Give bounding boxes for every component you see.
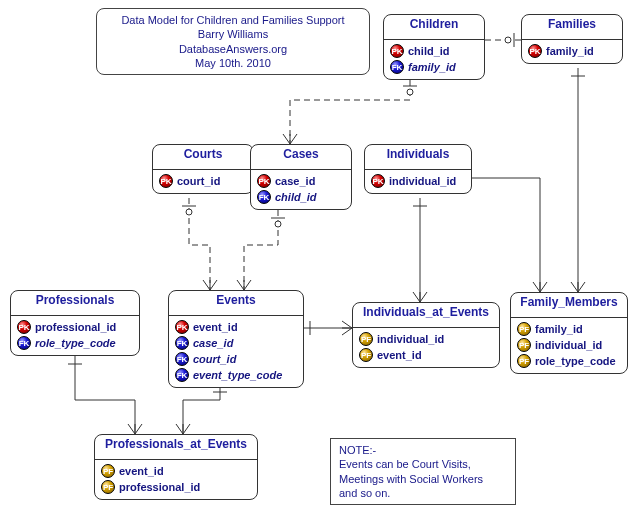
attribute-row: PKfamily_id xyxy=(528,43,616,59)
entity-family-members: Family_Members PFfamily_idPFindividual_i… xyxy=(510,292,628,374)
entity-events: Events PKevent_idFKcase_idFKcourt_idFKev… xyxy=(168,290,304,388)
pk-icon: PK xyxy=(159,174,173,188)
entity-header: Events xyxy=(169,291,303,315)
entity-individuals: Individuals PKindividual_id xyxy=(364,144,472,194)
attribute-row: FKrole_type_code xyxy=(17,335,133,351)
attribute-row: PFindividual_id xyxy=(359,331,493,347)
svg-line-5 xyxy=(283,134,290,144)
pk-icon: PK xyxy=(390,44,404,58)
note-line1: NOTE:- xyxy=(339,443,507,457)
attribute-row: PFfamily_id xyxy=(517,321,621,337)
entity-families: Families PKfamily_id xyxy=(521,14,623,64)
attribute-row: PKcourt_id xyxy=(159,173,247,189)
title-line1: Data Model for Children and Families Sup… xyxy=(107,13,359,27)
attribute-label: event_type_code xyxy=(193,369,282,381)
pf-icon: PF xyxy=(101,480,115,494)
svg-line-36 xyxy=(176,424,183,434)
attribute-label: role_type_code xyxy=(535,355,616,367)
attribute-label: individual_id xyxy=(389,175,456,187)
diagram-title: Data Model for Children and Families Sup… xyxy=(96,8,370,75)
attribute-label: professional_id xyxy=(119,481,200,493)
attribute-label: case_id xyxy=(275,175,315,187)
attribute-label: court_id xyxy=(177,175,220,187)
pk-icon: PK xyxy=(257,174,271,188)
attribute-row: PFevent_id xyxy=(101,463,251,479)
entity-courts: Courts PKcourt_id xyxy=(152,144,254,194)
attribute-row: FKcourt_id xyxy=(175,351,297,367)
svg-point-19 xyxy=(186,209,192,215)
attribute-row: PFevent_id xyxy=(359,347,493,363)
attribute-row: FKevent_type_code xyxy=(175,367,297,383)
entity-header: Cases xyxy=(251,145,351,169)
fk-icon: FK xyxy=(175,352,189,366)
attribute-label: individual_id xyxy=(535,339,602,351)
svg-line-30 xyxy=(540,282,547,292)
pf-icon: PF xyxy=(359,332,373,346)
svg-line-17 xyxy=(210,280,217,290)
svg-line-12 xyxy=(244,280,251,290)
attribute-label: individual_id xyxy=(377,333,444,345)
attribute-label: family_id xyxy=(535,323,583,335)
attribute-label: family_id xyxy=(546,45,594,57)
diagram-note: NOTE:- Events can be Court Visits, Meeti… xyxy=(330,438,516,505)
svg-line-38 xyxy=(183,424,190,434)
attribute-row: FKfamily_id xyxy=(390,59,478,75)
pf-icon: PF xyxy=(517,322,531,336)
svg-line-34 xyxy=(578,282,585,292)
svg-line-24 xyxy=(413,292,420,302)
title-line4: May 10th. 2010 xyxy=(107,56,359,70)
note-line2: Events can be Court Visits, xyxy=(339,457,507,471)
attribute-label: event_id xyxy=(377,349,422,361)
svg-line-7 xyxy=(290,134,297,144)
pk-icon: PK xyxy=(17,320,31,334)
svg-line-20 xyxy=(342,321,352,328)
attribute-label: professional_id xyxy=(35,321,116,333)
entity-header: Individuals xyxy=(365,145,471,169)
attribute-label: court_id xyxy=(193,353,236,365)
fk-icon: FK xyxy=(390,60,404,74)
title-line2: Barry Williams xyxy=(107,27,359,41)
attribute-label: family_id xyxy=(408,61,456,73)
svg-line-32 xyxy=(571,282,578,292)
attribute-row: PKprofessional_id xyxy=(17,319,133,335)
attribute-label: event_id xyxy=(119,465,164,477)
attribute-row: PKevent_id xyxy=(175,319,297,335)
note-line4: and so on. xyxy=(339,486,507,500)
entity-header: Professionals_at_Events xyxy=(95,435,257,459)
attribute-row: PKindividual_id xyxy=(371,173,465,189)
svg-line-26 xyxy=(420,292,427,302)
entity-professionals: Professionals PKprofessional_idFKrole_ty… xyxy=(10,290,140,356)
svg-line-10 xyxy=(237,280,244,290)
entity-header: Children xyxy=(384,15,484,39)
svg-point-14 xyxy=(275,221,281,227)
entity-cases: Cases PKcase_idFKchild_id xyxy=(250,144,352,210)
svg-point-9 xyxy=(407,89,413,95)
entity-header: Individuals_at_Events xyxy=(353,303,499,327)
svg-line-42 xyxy=(135,424,142,434)
attribute-row: FKcase_id xyxy=(175,335,297,351)
fk-icon: FK xyxy=(257,190,271,204)
attribute-label: role_type_code xyxy=(35,337,116,349)
svg-point-4 xyxy=(505,37,511,43)
pf-icon: PF xyxy=(517,354,531,368)
fk-icon: FK xyxy=(17,336,31,350)
fk-icon: FK xyxy=(175,336,189,350)
entity-header: Professionals xyxy=(11,291,139,315)
entity-header: Family_Members xyxy=(511,293,627,317)
attribute-row: PKcase_id xyxy=(257,173,345,189)
pf-icon: PF xyxy=(517,338,531,352)
attribute-row: PFindividual_id xyxy=(517,337,621,353)
entity-individuals-at-events: Individuals_at_Events PFindividual_idPFe… xyxy=(352,302,500,368)
pk-icon: PK xyxy=(371,174,385,188)
attribute-row: PFrole_type_code xyxy=(517,353,621,369)
entity-professionals-at-events: Professionals_at_Events PFevent_idPFprof… xyxy=(94,434,258,500)
attribute-label: event_id xyxy=(193,321,238,333)
entity-header: Families xyxy=(522,15,622,39)
attribute-label: child_id xyxy=(275,191,317,203)
er-diagram-canvas: Data Model for Children and Families Sup… xyxy=(0,0,634,525)
attribute-row: PKchild_id xyxy=(390,43,478,59)
pk-icon: PK xyxy=(175,320,189,334)
attribute-label: child_id xyxy=(408,45,450,57)
entity-header: Courts xyxy=(153,145,253,169)
pf-icon: PF xyxy=(359,348,373,362)
